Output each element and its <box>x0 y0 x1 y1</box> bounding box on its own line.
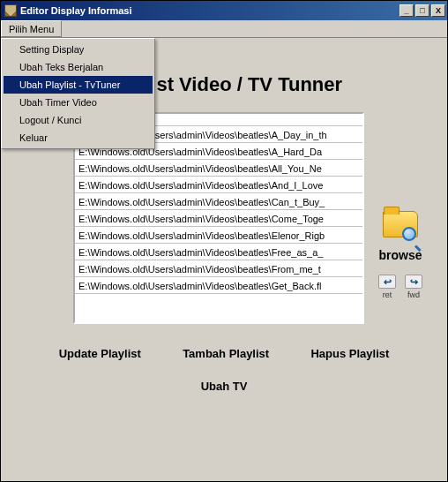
ubah-tv-button[interactable]: Ubah TV <box>11 380 437 393</box>
menu-dropdown: Setting DisplayUbah Teks BerjalanUbah Pl… <box>1 38 155 149</box>
playlist-row[interactable]: E:\Windows.old\Users\admin\Videos\beatle… <box>75 260 362 277</box>
menu-item-0[interactable]: Setting Display <box>4 41 153 58</box>
fwd-icon: ↪ <box>405 275 422 289</box>
playlist-row[interactable]: E:\Windows.old\Users\admin\Videos\beatle… <box>75 160 362 177</box>
close-button[interactable]: X <box>431 4 445 17</box>
menu-item-2[interactable]: Ubah Playlist - TvTuner <box>4 76 153 94</box>
magnifier-icon <box>402 227 422 246</box>
hapus-playlist-button[interactable]: Hapus Playlist <box>310 347 389 360</box>
ret-button[interactable]: ↩ ret <box>377 275 398 299</box>
maximize-button[interactable]: □ <box>415 4 429 17</box>
menu-bar: Pilih Menu Setting DisplayUbah Teks Berj… <box>1 20 447 38</box>
nav-buttons: ↩ ret ↪ fwd <box>377 275 424 299</box>
playlist-buttons-row: Update Playlist Tambah Playlist Hapus Pl… <box>11 347 437 360</box>
menu-pilih-menu[interactable]: Pilih Menu Setting DisplayUbah Teks Berj… <box>1 20 62 37</box>
playlist-row[interactable]: E:\Windows.old\Users\admin\Videos\beatle… <box>75 244 362 260</box>
title-bar: Editor Display Informasi _ □ X <box>1 1 447 20</box>
playlist-row[interactable]: E:\Windows.old\Users\admin\Videos\beatle… <box>75 227 362 244</box>
menu-item-3[interactable]: Ubah Timer Video <box>4 94 153 111</box>
tambah-playlist-button[interactable]: Tambah Playlist <box>183 347 269 360</box>
minimize-button[interactable]: _ <box>399 4 414 17</box>
ret-label: ret <box>377 290 398 299</box>
ubah-tv-row: Ubah TV <box>11 380 437 393</box>
window-controls: _ □ X <box>399 4 445 17</box>
fwd-button[interactable]: ↪ fwd <box>403 275 424 299</box>
playlist-row[interactable]: E:\Windows.old\Users\admin\Videos\beatle… <box>75 177 362 193</box>
ret-icon: ↩ <box>378 275 396 289</box>
window-title: Editor Display Informasi <box>20 5 399 16</box>
app-icon <box>4 4 17 17</box>
menu-pilih-menu-label: Pilih Menu <box>9 24 54 34</box>
browse-icon[interactable] <box>381 209 420 243</box>
update-playlist-button[interactable]: Update Playlist <box>59 347 141 360</box>
menu-item-4[interactable]: Logout / Kunci <box>4 111 153 129</box>
side-column: browse ↩ ret ↪ fwd <box>377 209 424 299</box>
app-window: Editor Display Informasi _ □ X Pilih Men… <box>0 0 448 482</box>
fwd-label: fwd <box>403 290 424 299</box>
menu-item-1[interactable]: Ubah Teks Berjalan <box>4 58 153 76</box>
playlist-row[interactable]: E:\Windows.old\Users\admin\Videos\beatle… <box>75 193 362 210</box>
playlist-row[interactable]: E:\Windows.old\Users\admin\Videos\beatle… <box>75 277 362 294</box>
playlist-row[interactable]: E:\Windows.old\Users\admin\Videos\beatle… <box>75 210 362 227</box>
browse-label: browse <box>378 248 422 262</box>
menu-item-5[interactable]: Keluar <box>4 129 153 147</box>
